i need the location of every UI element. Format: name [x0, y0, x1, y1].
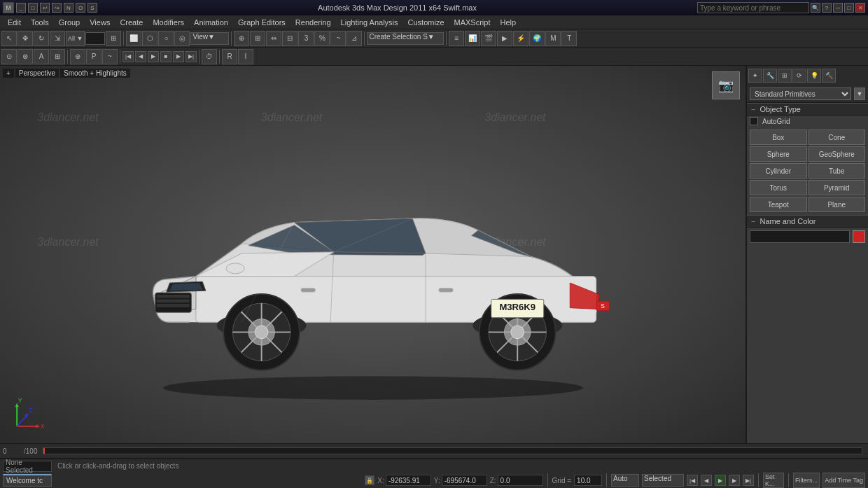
search-button[interactable]: 🔍 [811, 3, 820, 13]
menu-edit[interactable]: Edit [3, 15, 26, 29]
obj-btn-tube[interactable]: Tube [808, 163, 866, 179]
save-btn[interactable]: S [88, 3, 97, 13]
help-button[interactable]: ? [822, 3, 832, 13]
anim-go-start[interactable]: |◀ [122, 51, 134, 62]
tb-move-btn[interactable]: ✥ [18, 31, 33, 46]
obj-btn-geosphere[interactable]: GeoSphere [808, 146, 866, 162]
tb-circle-btn[interactable]: ○ [158, 31, 174, 46]
tb-env-btn[interactable]: 🌍 [529, 31, 545, 46]
tb2-anim-constraints[interactable]: ⊕ [70, 49, 85, 64]
window-minimize-btn[interactable]: ─ [833, 3, 843, 13]
undo-toolbar-btn[interactable]: ↩ [40, 3, 50, 13]
z-value[interactable]: 0.0 [498, 475, 543, 486]
filters-btn[interactable]: Filters... [793, 473, 820, 488]
tb-ref-coord-dropdown[interactable]: All ▼ [66, 31, 85, 46]
anim-go-end[interactable]: ▶| [186, 51, 197, 62]
tb-select-filter[interactable]: ⊞ [250, 31, 265, 46]
tb-graph-editors-btn[interactable]: 📊 [465, 31, 480, 46]
tb-3d-snap[interactable]: 3 [298, 31, 314, 46]
panel-dropdown-arrow[interactable]: ▼ [854, 88, 865, 100]
tb-rotate-btn[interactable]: ↻ [34, 31, 49, 46]
rp-motion-btn[interactable]: ⟳ [792, 69, 806, 83]
new-btn[interactable]: N [64, 3, 74, 13]
menu-group[interactable]: Group [54, 15, 85, 29]
panel-type-select[interactable]: Standard Primitives [750, 88, 851, 100]
rp-create-btn[interactable]: ✦ [748, 69, 762, 83]
window-maximize-btn[interactable]: □ [844, 3, 854, 13]
bottom-anim-prev[interactable]: ◀ [701, 475, 712, 486]
tb-spinner[interactable]: ~ [330, 31, 346, 46]
tb2-auto-key[interactable]: A [34, 49, 49, 64]
timeline-track[interactable] [43, 447, 862, 454]
tb-render-frame[interactable]: ▶ [497, 31, 512, 46]
tb-select-region-btn[interactable]: ⬜ [126, 31, 141, 46]
obj-btn-pyramid[interactable]: Pyramid [808, 180, 866, 195]
anim-stop[interactable]: ■ [160, 51, 172, 62]
rp-modify-btn[interactable]: 🔧 [763, 69, 777, 83]
menu-animation[interactable]: Animation [189, 15, 233, 29]
menu-maxscript[interactable]: MAXScript [449, 15, 496, 29]
rp-utilities-btn[interactable]: 🔨 [822, 69, 836, 83]
anim-play[interactable]: ▶ [148, 51, 159, 62]
anim-mode-dropdown[interactable]: Auto [611, 474, 639, 487]
tb-selection-set-dropdown[interactable]: Create Selection S▼ [367, 32, 444, 45]
tb2-reactor[interactable]: R [222, 49, 237, 64]
lock-icon[interactable]: 🔒 [365, 475, 374, 485]
tb-fence-btn[interactable]: ⬡ [142, 31, 158, 46]
obj-btn-plane[interactable]: Plane [808, 197, 866, 212]
tb2-key-filter[interactable]: ⊞ [50, 49, 65, 64]
tb-render-to-tex[interactable]: T [561, 31, 577, 46]
menu-rendering[interactable]: Rendering [290, 15, 336, 29]
minimize-button[interactable]: _ [16, 3, 26, 13]
tb2-ifl-mgr[interactable]: I [238, 49, 253, 64]
tb-snap-btn[interactable]: ⊞ [106, 31, 121, 46]
menu-modifiers[interactable]: Modifiers [148, 15, 189, 29]
tb-align-btn[interactable]: ⊟ [282, 31, 298, 46]
tb-snap-pct[interactable]: % [314, 31, 330, 46]
open-btn[interactable]: O [76, 3, 85, 13]
menu-customize[interactable]: Customize [403, 15, 449, 29]
menu-tools[interactable]: Tools [26, 15, 54, 29]
menu-create[interactable]: Create [115, 15, 148, 29]
maximize-button[interactable]: □ [28, 3, 38, 13]
viewport[interactable]: 3dlancer.net 3dlancer.net 3dlancer.net 3… [0, 66, 746, 443]
obj-btn-torus[interactable]: Torus [750, 180, 807, 195]
obj-btn-box[interactable]: Box [750, 130, 807, 145]
obj-btn-cone[interactable]: Cone [808, 130, 866, 145]
set-key-btn[interactable]: Set K... [763, 473, 784, 488]
bottom-anim-last[interactable]: ▶| [743, 475, 754, 486]
tb-render-setup[interactable]: 🎬 [481, 31, 496, 46]
anim-prev-frame[interactable]: ◀ [135, 51, 146, 62]
redo-toolbar-btn[interactable]: ↪ [52, 3, 62, 13]
window-close-btn[interactable]: ✕ [855, 3, 865, 13]
name-input-field[interactable] [750, 230, 850, 243]
tb-pivot[interactable]: ⊿ [346, 31, 362, 46]
welcome-tab[interactable]: Welcome tc [3, 474, 52, 487]
tb-scale-btn[interactable]: ⇲ [50, 31, 65, 46]
tb-view-dropdown[interactable]: View▼ [190, 32, 229, 45]
tb-material-editor[interactable]: M [545, 31, 561, 46]
bottom-anim-play[interactable]: ▶ [715, 475, 726, 486]
menu-help[interactable]: Help [496, 15, 522, 29]
menu-views[interactable]: Views [85, 15, 115, 29]
obj-btn-cylinder[interactable]: Cylinder [750, 163, 807, 179]
object-type-section-header[interactable]: − Object Type [747, 103, 868, 116]
tb-move-transform[interactable]: ⊕ [234, 31, 249, 46]
obj-btn-sphere[interactable]: Sphere [750, 146, 807, 162]
tb-render-last[interactable]: ⚡ [513, 31, 528, 46]
x-value[interactable]: -92635.91 [386, 475, 431, 486]
tb-value-input[interactable] [85, 32, 105, 45]
bottom-anim-next[interactable]: ▶ [729, 475, 740, 486]
y-value[interactable]: -695674.0 [442, 475, 487, 486]
tb2-time-config[interactable]: ⏱ [202, 49, 217, 64]
autogrid-checkbox[interactable] [750, 117, 758, 125]
rp-display-btn[interactable]: 💡 [807, 69, 821, 83]
tb2-set-key[interactable]: ⊗ [18, 49, 33, 64]
anim-next-frame[interactable]: ▶ [173, 51, 184, 62]
name-color-section-header[interactable]: − Name and Color [747, 215, 868, 228]
menu-graph-editors[interactable]: Graph Editors [233, 15, 290, 29]
selection-dropdown[interactable]: Selected [642, 474, 684, 487]
bottom-anim-first[interactable]: |◀ [687, 475, 698, 486]
tb-layer-mgr[interactable]: ≡ [449, 31, 464, 46]
search-input[interactable] [697, 2, 809, 13]
